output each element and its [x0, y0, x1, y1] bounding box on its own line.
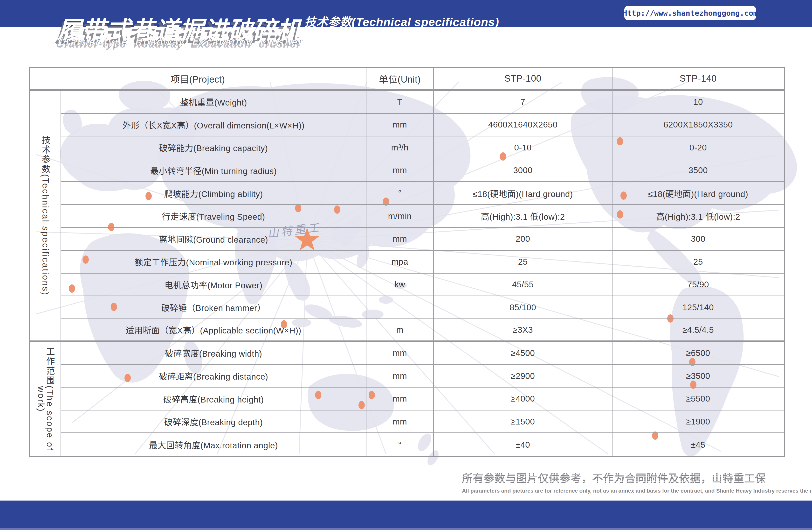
- spec-label: 最小转弯半径(Min turning radius): [61, 159, 366, 182]
- spec-unit: T: [366, 91, 434, 114]
- spec-value-stp100: 45/55: [434, 274, 612, 296]
- spec-sheet-page: { "header": { "title_zh": "履带式巷道掘进破碎机", …: [0, 0, 812, 530]
- spec-unit: mm: [366, 410, 434, 433]
- spec-label: 破碎宽度(Breaking width): [61, 342, 366, 365]
- spec-value-stp100: 4600X1640X2650: [434, 114, 612, 137]
- spec-value-stp140: 75/90: [612, 274, 784, 296]
- spec-table: 项目(Project) 单位(Unit) STP-100 STP-140 技术参…: [29, 67, 785, 457]
- spec-value-stp140: ≥1900: [612, 410, 784, 433]
- disclaimer-chinese: 所有参数与图片仅供参考，不作为合同附件及依据，山特重工保留最终解释权。: [462, 470, 766, 485]
- spec-label: 破碎距离(Breaking distance): [61, 365, 366, 388]
- spec-label: 爬坡能力(Climbing ability): [61, 182, 366, 205]
- spec-value-stp100: 85/100: [434, 296, 612, 319]
- group-label-scope-of-work: 工作范围(The scope of work): [30, 342, 61, 456]
- spec-unit: mm: [366, 114, 434, 137]
- spec-label: 适用断面（宽X高）(Applicable section(W×H)): [61, 319, 366, 342]
- spec-value-stp140: 高(High):3.1 低(low):2: [612, 205, 784, 228]
- spec-value-stp100: ≤18(硬地面)(Hard ground): [434, 182, 612, 205]
- disclaimer-english: All parameters and pictures are for refe…: [462, 488, 766, 494]
- spec-value-stp140: 300: [612, 228, 784, 251]
- spec-value-stp140: 0-20: [612, 136, 784, 159]
- spec-value-stp140: ±45: [612, 433, 784, 456]
- spec-unit: kw: [366, 274, 434, 296]
- spec-value-stp140: 125/140: [612, 296, 784, 319]
- spec-label: 额定工作压力(Nominal working pressure): [61, 251, 366, 274]
- spec-value-stp140: ≥5500: [612, 388, 784, 410]
- spec-unit: mm: [366, 365, 434, 388]
- spec-label: 外形（长X宽X高）(Overall dimension(L×W×H)): [61, 114, 366, 137]
- spec-unit: °: [366, 182, 434, 205]
- spec-unit: mm: [366, 342, 434, 365]
- spec-unit: mm: [366, 228, 434, 251]
- spec-label: 破碎高度(Breaking height): [61, 388, 366, 410]
- spec-value-stp100: ≥4500: [434, 342, 612, 365]
- spec-label: 整机重量(Weight): [61, 91, 366, 114]
- section-heading: 技术参数(Technical specifications): [304, 13, 499, 29]
- spec-value-stp100: ≥4000: [434, 388, 612, 410]
- spec-value-stp140: ≥3500: [612, 365, 784, 388]
- spec-label: 行走速度(Traveling Speed): [61, 205, 366, 228]
- spec-unit: mpa: [366, 251, 434, 274]
- spec-label: 破碎锤（Broken hammer）: [61, 296, 366, 319]
- column-header-stp100: STP-100: [434, 68, 612, 91]
- spec-value-stp140: ≥4.5/4.5: [612, 319, 784, 342]
- spec-value-stp140: 3500: [612, 159, 784, 182]
- spec-unit: mm: [366, 388, 434, 410]
- column-header-project: 项目(Project): [30, 68, 366, 91]
- spec-value-stp140: ≥6500: [612, 342, 784, 365]
- spec-label: 破碎能力(Breaking capacity): [61, 136, 366, 159]
- spec-value-stp100: 0-10: [434, 136, 612, 159]
- spec-value-stp140: 10: [612, 91, 784, 114]
- column-header-unit: 单位(Unit): [366, 68, 434, 91]
- spec-value-stp140: 6200X1850X3350: [612, 114, 784, 137]
- spec-unit: mm: [366, 159, 434, 182]
- spec-value-stp100: ≥3X3: [434, 319, 612, 342]
- spec-value-stp100: ≥1500: [434, 410, 612, 433]
- column-header-stp140: STP-140: [612, 68, 784, 91]
- spec-label: 最大回转角度(Max.rotation angle): [61, 433, 366, 456]
- website-link[interactable]: Http://www.shantezhonggong.com: [624, 6, 756, 20]
- spec-value-stp100: ±40: [434, 433, 612, 456]
- spec-value-stp100: 高(High):3.1 低(low):2: [434, 205, 612, 228]
- spec-unit: [366, 296, 434, 319]
- spec-label: 电机总功率(Motor Power): [61, 274, 366, 296]
- spec-value-stp100: 25: [434, 251, 612, 274]
- spec-label: 离地间隙(Ground clearance): [61, 228, 366, 251]
- spec-unit: m³/h: [366, 136, 434, 159]
- spec-value-stp100: ≥2900: [434, 365, 612, 388]
- spec-label: 破碎深度(Breaking depth): [61, 410, 366, 433]
- spec-value-stp100: 3000: [434, 159, 612, 182]
- spec-value-stp100: 200: [434, 228, 612, 251]
- footer-bar: [0, 501, 812, 530]
- spec-value-stp100: 7: [434, 91, 612, 114]
- disclaimer: 所有参数与图片仅供参考，不作为合同附件及依据，山特重工保留最终解释权。 All …: [462, 470, 766, 494]
- spec-value-stp140: 25: [612, 251, 784, 274]
- spec-unit: °: [366, 433, 434, 456]
- spec-unit: m/min: [366, 205, 434, 228]
- spec-value-stp140: ≤18(硬地面)(Hard ground): [612, 182, 784, 205]
- group-label-technical-specifications: 技术参数(Technical specifications): [30, 91, 61, 342]
- spec-unit: m: [366, 319, 434, 342]
- page-title-english: Crawler-type Roadway Excavation crusher: [58, 36, 303, 48]
